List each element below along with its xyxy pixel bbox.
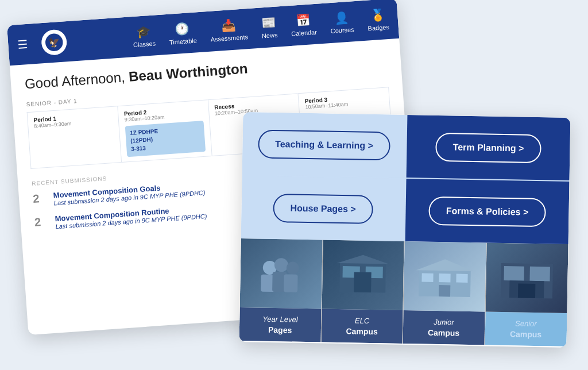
- year-level-campus[interactable]: Year Level Pages: [239, 238, 323, 342]
- term-planning-btn[interactable]: Term Planning >: [407, 115, 571, 180]
- svg-rect-21: [529, 267, 550, 282]
- svg-marker-17: [416, 259, 474, 271]
- junior-line2: Campus: [428, 327, 460, 338]
- svg-rect-11: [354, 272, 372, 292]
- elc-line2: Campus: [346, 326, 378, 337]
- year-level-line2: Pages: [268, 325, 292, 336]
- nav-courses[interactable]: 👤 Courses: [329, 10, 354, 34]
- teaching-learning-label[interactable]: Teaching & Learning >: [258, 129, 391, 160]
- campus-row: Year Level Pages ELC Campu: [239, 238, 568, 346]
- greeting-prefix: Good Afternoon,: [24, 69, 129, 92]
- svg-rect-14: [421, 273, 433, 282]
- period-2-class: 1Z PDHPE(12PDH)3-313: [125, 121, 205, 157]
- senior-campus[interactable]: Senior Campus: [485, 242, 568, 346]
- svg-rect-20: [504, 266, 524, 281]
- junior-campus[interactable]: Junior Campus: [403, 241, 487, 345]
- submission-2-info: Movement Composition Routine Last submis…: [55, 204, 207, 230]
- svg-text:🦅: 🦅: [48, 37, 60, 48]
- hamburger-icon[interactable]: ☰: [17, 37, 29, 52]
- badges-label: Badges: [368, 24, 389, 32]
- submission-2-count: 2: [34, 215, 47, 229]
- elc-campus[interactable]: ELC Campus: [321, 240, 405, 344]
- nav-badges[interactable]: 🏅 Badges: [366, 7, 389, 32]
- svg-rect-16: [456, 274, 467, 283]
- scene: ☰ 🦅 🎓 Classes 🕐 Timetable 📥 Ass: [0, 0, 588, 370]
- nav-news[interactable]: 📰 News: [261, 16, 278, 40]
- quick-links-card: Teaching & Learning > Term Planning > Ho…: [239, 112, 571, 348]
- house-pages-btn[interactable]: House Pages >: [241, 176, 405, 241]
- timetable-label: Timetable: [169, 37, 198, 45]
- calendar-label: Calendar: [291, 29, 317, 37]
- period-1-col: Period 1 8:40am–9:30am: [27, 106, 121, 169]
- classes-label: Classes: [133, 40, 156, 48]
- courses-icon: 👤: [334, 10, 349, 25]
- nav-calendar[interactable]: 📅 Calendar: [290, 13, 317, 37]
- svg-rect-15: [439, 273, 450, 282]
- news-label: News: [261, 32, 277, 40]
- calendar-icon: 📅: [296, 13, 311, 28]
- nav-classes[interactable]: 🎓 Classes: [132, 24, 156, 48]
- svg-rect-23: [518, 283, 535, 298]
- submission-1-info: Movement Composition Goals Last submissi…: [53, 180, 206, 206]
- year-level-label: Year Level Pages: [239, 307, 321, 342]
- svg-rect-18: [439, 285, 450, 296]
- submission-1-count: 2: [32, 192, 45, 206]
- junior-label: Junior Campus: [403, 310, 485, 345]
- svg-point-4: [286, 261, 299, 274]
- nav-timetable[interactable]: 🕐 Timetable: [168, 21, 198, 45]
- assessments-label: Assessments: [210, 33, 248, 43]
- nav-assessments[interactable]: 📥 Assessments: [209, 17, 248, 43]
- svg-rect-7: [284, 274, 298, 292]
- classes-icon: 🎓: [136, 24, 152, 39]
- teaching-learning-btn[interactable]: Teaching & Learning >: [242, 112, 407, 178]
- year-level-line1: Year Level: [262, 315, 298, 325]
- senior-line1: Senior: [515, 319, 537, 330]
- assessments-icon: 📥: [220, 18, 236, 33]
- forms-policies-btn[interactable]: Forms & Policies >: [405, 179, 570, 244]
- svg-point-3: [274, 258, 288, 272]
- house-pages-label[interactable]: House Pages >: [273, 193, 373, 223]
- timetable-icon: 🕐: [175, 21, 190, 36]
- elc-label: ELC Campus: [321, 309, 403, 343]
- user-name: Beau Worthington: [128, 60, 248, 84]
- school-logo: 🦅: [41, 29, 68, 56]
- junior-line1: Junior: [434, 318, 454, 328]
- links-grid: Teaching & Learning > Term Planning > Ho…: [241, 112, 571, 244]
- senior-label: Senior Campus: [485, 311, 567, 346]
- news-icon: 📰: [261, 16, 277, 30]
- period-2-col: Period 2 9:30am–10:20am 1Z PDHPE(12PDH)3…: [117, 99, 211, 163]
- courses-label: Courses: [330, 26, 354, 34]
- elc-line1: ELC: [355, 317, 370, 326]
- term-planning-label[interactable]: Term Planning >: [435, 132, 541, 163]
- senior-line2: Campus: [510, 329, 542, 340]
- badges-icon: 🏅: [370, 7, 385, 22]
- forms-policies-label[interactable]: Forms & Policies >: [428, 196, 546, 227]
- svg-marker-12: [337, 255, 389, 264]
